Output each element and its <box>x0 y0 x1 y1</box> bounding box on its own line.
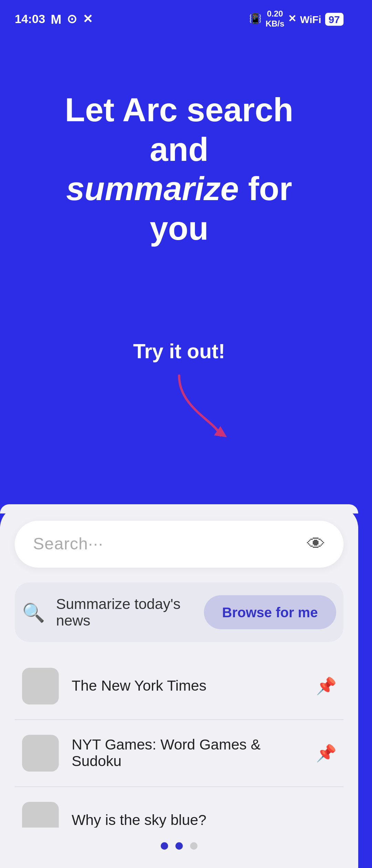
hero-title-line1: Let Arc search and <box>65 91 293 168</box>
try-it-out-text: Try it out! <box>133 340 225 363</box>
arrow-container <box>0 371 358 445</box>
search-placeholder: Search··· <box>33 535 307 554</box>
settings-icon: ✕ <box>83 12 93 26</box>
pagination-dot-3[interactable] <box>190 842 197 849</box>
suggestion-row: 🔍 Summarize today's news Browse for me <box>15 582 344 642</box>
item-title-nytgames: NYT Games: Word Games & Sudoku <box>72 737 309 770</box>
pagination-dot-1[interactable] <box>161 842 168 849</box>
hero-title-italic: summarize <box>66 170 239 207</box>
item-thumbnail-nyt <box>22 668 59 705</box>
list-item[interactable]: NYT Games: Word Games & Sudoku 📌 <box>15 720 344 787</box>
browse-for-me-button[interactable]: Browse for me <box>204 595 336 629</box>
battery-level: 97 <box>325 13 343 25</box>
pagination-dots <box>0 828 358 868</box>
search-icon: 🔍 <box>22 601 45 623</box>
hero-title: Let Arc search and summarize for you <box>37 90 322 248</box>
pagination-dot-2[interactable] <box>175 842 183 849</box>
alarm-icon: ⊙ <box>67 12 77 26</box>
wifi-icon: WiFi <box>300 13 321 24</box>
list-item[interactable]: The New York Times 📌 <box>15 653 344 720</box>
time-display: 14:03 <box>15 12 45 26</box>
item-title-sky: Why is the sky blue? <box>72 812 336 828</box>
hero-section: Let Arc search and summarize for you <box>0 34 358 285</box>
list-items-container: The New York Times 📌 NYT Games: Word Gam… <box>15 653 344 853</box>
curved-arrow <box>87 371 271 445</box>
status-bar: 14:03 M ⊙ ✕ 📳 0.20KB/s ✕ WiFi 97 <box>0 0 358 34</box>
item-title-nyt: The New York Times <box>72 678 309 694</box>
suggestion-text: Summarize today's news <box>56 596 204 629</box>
gmail-icon: M <box>51 12 61 27</box>
network-speed: 0.20KB/s <box>266 9 285 29</box>
status-left: 14:03 M ⊙ ✕ <box>15 12 93 27</box>
search-bar[interactable]: Search··· 👁 <box>15 521 344 568</box>
vibrate-icon: 📳 <box>249 13 262 25</box>
pin-icon-nyt[interactable]: 📌 <box>316 676 336 696</box>
signal-icon: ✕ <box>288 13 296 25</box>
item-thumbnail-nytgames <box>22 735 59 772</box>
eye-icon[interactable]: 👁 <box>307 534 325 555</box>
status-right: 📳 0.20KB/s ✕ WiFi 97 <box>249 9 343 29</box>
bottom-panel: Search··· 👁 🔍 Summarize today's news Bro… <box>0 506 358 868</box>
page-wrapper: 14:03 M ⊙ ✕ 📳 0.20KB/s ✕ WiFi 97 Let Arc… <box>0 0 358 868</box>
try-it-out-label: Try it out! <box>0 340 358 364</box>
pin-icon-nytgames[interactable]: 📌 <box>316 743 336 763</box>
